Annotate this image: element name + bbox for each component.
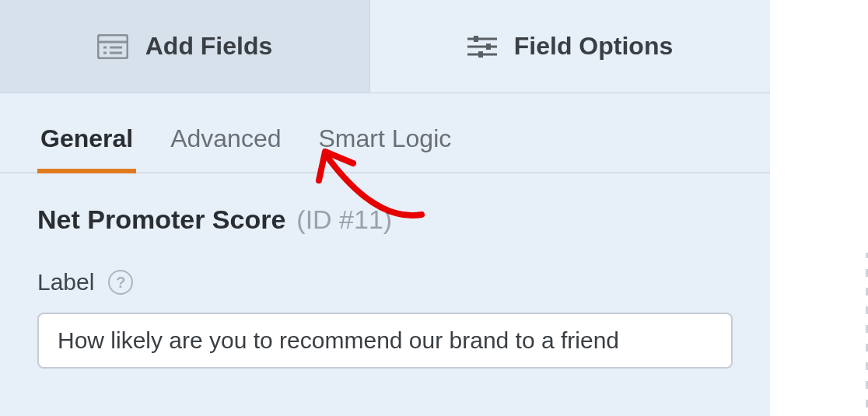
field-options-content: Net Promoter Score (ID #11) Label ? (0, 173, 770, 369)
help-icon[interactable]: ? (108, 270, 133, 295)
field-type-title: Net Promoter Score (37, 205, 285, 235)
svg-rect-9 (486, 44, 491, 50)
sub-tabs: General Advanced Smart Logic (0, 107, 770, 173)
field-title-row: Net Promoter Score (ID #11) (37, 205, 733, 235)
svg-rect-7 (474, 36, 478, 42)
canvas-area (770, 0, 868, 416)
sliders-icon (467, 34, 497, 59)
field-options-panel: Add Fields Field Options General Advance… (0, 0, 770, 416)
form-drop-guide (838, 253, 868, 416)
tab-field-options-label: Field Options (514, 32, 673, 61)
top-tabs: Add Fields Field Options (0, 0, 770, 93)
tab-field-options[interactable]: Field Options (370, 0, 770, 93)
subtab-general[interactable]: General (37, 107, 136, 172)
list-card-icon (97, 34, 128, 59)
subtab-advanced[interactable]: Advanced (167, 107, 284, 172)
tab-add-fields-label: Add Fields (145, 32, 273, 61)
field-id-label: (ID #11) (296, 205, 392, 235)
tab-add-fields[interactable]: Add Fields (0, 0, 370, 93)
svg-rect-11 (478, 51, 483, 58)
label-input[interactable] (37, 313, 733, 369)
label-field-label: Label (37, 269, 94, 295)
subtab-smart-logic[interactable]: Smart Logic (316, 107, 455, 172)
label-row: Label ? (37, 269, 733, 295)
